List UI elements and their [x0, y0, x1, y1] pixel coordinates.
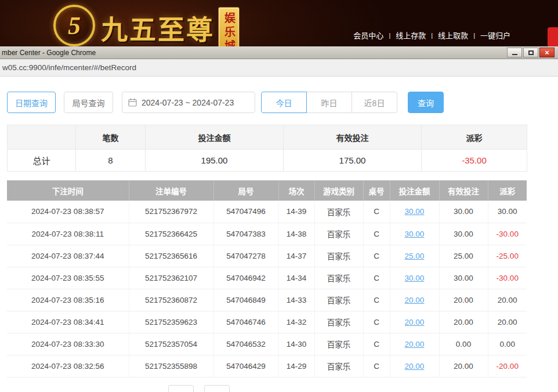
- cell-valid: 30.00: [439, 267, 488, 289]
- logo-number: 5: [68, 11, 81, 41]
- cell-time: 2024-07-23 08:34:41: [7, 311, 129, 333]
- cell-game: 百家乐: [314, 289, 363, 311]
- cell-game: 百家乐: [314, 267, 363, 289]
- cell-payout: 20.00: [488, 289, 527, 311]
- cell-game: 百家乐: [314, 311, 363, 333]
- address-bar[interactable]: w05.cc:9900/infe/mcenter/#/betRecord: [0, 59, 558, 77]
- bet-table-header-row: 下注时间 注单编号 局号 场次 游戏类别 桌号 投注金额 有效投注 派彩: [7, 180, 527, 201]
- screen: 5 九五至尊 娱乐城 会员中心 | 线上存款 | 线上取款 | 一键归户 mbe…: [0, 0, 558, 392]
- cell-game: 百家乐: [314, 333, 363, 355]
- cell-bet_no: 521752362107: [129, 267, 213, 289]
- cell-time: 2024-07-23 08:38:57: [7, 201, 129, 223]
- last8days-button[interactable]: 近8日: [352, 92, 397, 113]
- cell-round: 547047278: [213, 245, 278, 267]
- floating-service-tab[interactable]: [548, 27, 558, 47]
- bet-record-page: 日期查询 局号查询 2024-07-23 ~ 2024-07-23 今日 昨日 …: [0, 77, 558, 392]
- round-query-button[interactable]: 局号查询: [64, 92, 113, 113]
- today-button[interactable]: 今日: [261, 92, 307, 113]
- cell-valid: 25.00: [439, 245, 488, 267]
- date-range-input[interactable]: 2024-07-23 ~ 2024-07-23: [122, 92, 255, 113]
- table-row: 2024-07-23 08:37:44521752365616547047278…: [7, 245, 527, 267]
- cell-session: 14-39: [278, 201, 314, 223]
- close-icon: ×: [545, 49, 549, 56]
- window-titlebar[interactable]: mber Center - Google Chrome ×: [0, 46, 558, 59]
- search-button[interactable]: 查询: [408, 92, 444, 113]
- cell-valid: 20.00: [439, 311, 488, 333]
- cell-amount[interactable]: 20.00: [390, 333, 439, 355]
- table-row: 2024-07-23 08:32:56521752355898547046429…: [7, 355, 527, 377]
- cell-time: 2024-07-23 08:35:55: [7, 267, 129, 289]
- col-bet-amount: 投注金额: [390, 180, 439, 201]
- cell-valid: 20.00: [439, 289, 488, 311]
- cell-session: 14-32: [278, 311, 314, 333]
- cell-round: 547046429: [213, 355, 278, 377]
- cell-amount[interactable]: 30.00: [390, 201, 439, 223]
- table-row: 2024-07-23 08:33:30521752357054547046532…: [7, 333, 527, 355]
- cell-payout: -25.00: [488, 245, 527, 267]
- nav-separator: |: [389, 32, 390, 39]
- cell-bet_no: 521752359623: [129, 311, 213, 333]
- date-range-value: 2024-07-23 ~ 2024-07-23: [142, 98, 234, 107]
- cell-session: 14-38: [278, 223, 314, 245]
- col-bet-time: 下注时间: [7, 180, 129, 201]
- nav-deposit[interactable]: 线上存款: [396, 30, 426, 41]
- cell-table_no: C: [363, 201, 390, 223]
- summary-header-count: 笔数: [76, 125, 146, 150]
- minimize-button[interactable]: [507, 48, 522, 57]
- window-title: mber Center - Google Chrome: [0, 49, 96, 57]
- cell-amount[interactable]: 30.00: [390, 267, 439, 289]
- cell-round: 547046746: [213, 311, 278, 333]
- cell-payout: 30.00: [488, 201, 527, 223]
- close-button[interactable]: ×: [539, 48, 555, 57]
- cell-round: 547047496: [213, 201, 278, 223]
- cell-bet_no: 521752357054: [129, 333, 213, 355]
- cell-payout: -20.00: [488, 355, 527, 377]
- nav-member-center[interactable]: 会员中心: [353, 30, 383, 41]
- cell-amount[interactable]: 20.00: [390, 355, 439, 377]
- cell-valid: 20.00: [439, 355, 488, 377]
- url-text: w05.cc:9900/infe/mcenter/#/betRecord: [0, 63, 136, 72]
- nav-withdraw[interactable]: 线上取款: [438, 30, 468, 41]
- cell-table_no: C: [363, 223, 390, 245]
- col-game-type: 游戏类别: [314, 180, 363, 201]
- col-round-no: 局号: [213, 180, 278, 201]
- table-row: 2024-07-23 08:38:57521752367972547047496…: [7, 201, 527, 223]
- cell-session: 14-34: [278, 267, 314, 289]
- yesterday-button[interactable]: 昨日: [306, 92, 352, 113]
- date-query-button[interactable]: 日期查询: [7, 92, 56, 113]
- cell-amount[interactable]: 20.00: [390, 289, 439, 311]
- cell-time: 2024-07-23 08:38:11: [7, 223, 129, 245]
- table-row: 2024-07-23 08:38:11521752366425547047383…: [7, 223, 527, 245]
- cell-table_no: C: [363, 311, 390, 333]
- summary-bet-amount: 195.00: [146, 150, 284, 172]
- calendar-icon: [128, 98, 137, 107]
- col-session: 场次: [278, 180, 314, 201]
- maximize-button[interactable]: [523, 48, 538, 57]
- cell-valid: 0.00: [439, 333, 488, 355]
- cell-valid: 30.00: [439, 201, 488, 223]
- cell-amount[interactable]: 30.00: [390, 223, 439, 245]
- cell-payout: -30.00: [488, 267, 527, 289]
- table-row: 2024-07-23 08:35:55521752362107547046942…: [7, 267, 527, 289]
- summary-header-bet-amount: 投注金额: [146, 125, 284, 150]
- summary-header-blank: [8, 125, 76, 150]
- cell-session: 14-29: [278, 355, 314, 377]
- logo-coin-icon: 5: [53, 5, 95, 46]
- cell-game: 百家乐: [314, 223, 363, 245]
- cell-game: 百家乐: [314, 355, 363, 377]
- cell-round: 547046532: [213, 333, 278, 355]
- summary-valid-bet: 175.00: [284, 150, 422, 172]
- pagination-box[interactable]: [204, 385, 230, 392]
- cell-amount[interactable]: 25.00: [390, 245, 439, 267]
- pagination-box[interactable]: [168, 385, 194, 392]
- top-nav: 会员中心 | 线上存款 | 线上取款 | 一键归户: [353, 30, 510, 41]
- nav-one-key-transfer[interactable]: 一键归户: [480, 30, 510, 41]
- filter-bar: 日期查询 局号查询 2024-07-23 ~ 2024-07-23 今日 昨日 …: [7, 92, 558, 113]
- pagination: [168, 385, 230, 392]
- cell-session: 14-33: [278, 289, 314, 311]
- cell-bet_no: 521752366425: [129, 223, 213, 245]
- cell-table_no: C: [363, 267, 390, 289]
- cell-amount[interactable]: 20.00: [390, 311, 439, 333]
- summary-header-payout: 派彩: [422, 125, 527, 150]
- cell-table_no: C: [363, 289, 390, 311]
